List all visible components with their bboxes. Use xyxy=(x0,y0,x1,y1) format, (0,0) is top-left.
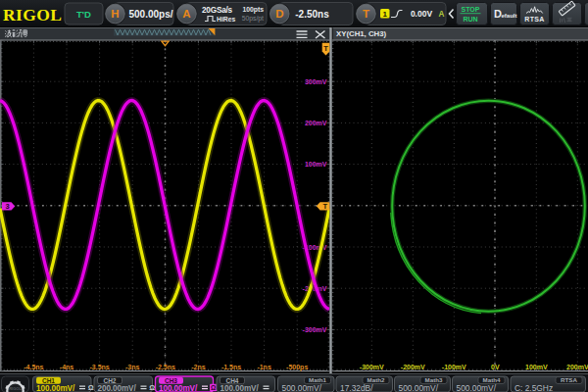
svg-text:-300mV: -300mV xyxy=(303,326,327,333)
svg-text:-1ns: -1ns xyxy=(257,364,271,370)
svg-text:300mV: 300mV xyxy=(305,78,327,85)
svg-text:CH1: CH1 xyxy=(42,377,55,384)
svg-text:Ω: Ω xyxy=(88,383,94,392)
svg-text:-4.5ns: -4.5ns xyxy=(24,364,43,370)
svg-text:200.00mV/: 200.00mV/ xyxy=(98,384,137,392)
svg-text:100.00mV/: 100.00mV/ xyxy=(159,384,198,392)
svg-text:T'D: T'D xyxy=(76,9,91,20)
svg-text:-200mV: -200mV xyxy=(401,364,425,370)
svg-text:-100mV: -100mV xyxy=(442,364,466,370)
svg-text:A: A xyxy=(439,10,445,19)
svg-text:CH4: CH4 xyxy=(225,377,238,384)
svg-text:500.00mV/: 500.00mV/ xyxy=(399,383,439,392)
svg-text:D: D xyxy=(275,8,283,20)
svg-text:-2.50ns: -2.50ns xyxy=(295,9,329,20)
svg-text:C: 2.5GHz: C: 2.5GHz xyxy=(514,383,553,392)
svg-text:500.00mV/: 500.00mV/ xyxy=(457,383,497,392)
svg-text:500.00ps/: 500.00ps/ xyxy=(128,9,172,20)
svg-text:17.32dB/: 17.32dB/ xyxy=(340,383,373,392)
svg-text:T: T xyxy=(363,8,369,20)
svg-text:1: 1 xyxy=(382,10,387,19)
svg-text:-3.5ns: -3.5ns xyxy=(89,364,109,370)
svg-text:H: H xyxy=(111,8,119,20)
svg-text:efault: efault xyxy=(502,13,517,19)
svg-text:RTSA: RTSA xyxy=(524,16,544,23)
svg-text:0.00V: 0.00V xyxy=(411,9,433,19)
svg-text:100mV: 100mV xyxy=(305,161,327,168)
svg-text:3: 3 xyxy=(6,202,10,211)
svg-text:0V: 0V xyxy=(491,364,500,370)
svg-text:CH2: CH2 xyxy=(103,377,116,384)
svg-text:-500ps: -500ps xyxy=(286,364,308,371)
svg-text:-1.5ns: -1.5ns xyxy=(221,364,241,370)
svg-text:200mV: 200mV xyxy=(305,120,327,126)
svg-text:A: A xyxy=(182,8,190,20)
svg-text:500.00mV/: 500.00mV/ xyxy=(282,383,322,392)
svg-text:-2ns: -2ns xyxy=(191,364,206,370)
svg-text:20GSa/s: 20GSa/s xyxy=(202,6,233,15)
svg-text:RTSA: RTSA xyxy=(561,376,577,383)
svg-text:-4ns: -4ns xyxy=(60,364,74,370)
svg-text:RUN: RUN xyxy=(463,16,477,23)
svg-text:STOP: STOP xyxy=(462,6,480,13)
svg-text:T: T xyxy=(323,202,328,211)
svg-text:Ω: Ω xyxy=(211,384,216,391)
svg-text:200mV: 200mV xyxy=(566,364,588,370)
svg-text:RIGOL: RIGOL xyxy=(9,386,22,391)
svg-text:100mV: 100mV xyxy=(525,364,548,370)
svg-text:100pts: 100pts xyxy=(242,6,264,14)
svg-text:100.00mV/: 100.00mV/ xyxy=(36,384,75,392)
svg-text:-300mV: -300mV xyxy=(360,364,384,370)
svg-text:-2.5ns: -2.5ns xyxy=(156,364,175,370)
svg-text:T: T xyxy=(323,44,328,53)
svg-text:HiRes: HiRes xyxy=(217,16,235,23)
svg-text:XY(CH1, CH3): XY(CH1, CH3) xyxy=(336,29,387,38)
svg-text:-3ns: -3ns xyxy=(125,364,140,370)
svg-text:50ps/pt: 50ps/pt xyxy=(242,15,264,23)
svg-text:Ω: Ω xyxy=(149,383,155,392)
svg-text:CH3: CH3 xyxy=(165,377,177,384)
svg-text:RIGOL: RIGOL xyxy=(3,5,62,24)
svg-text:100.00mV/: 100.00mV/ xyxy=(220,384,260,392)
